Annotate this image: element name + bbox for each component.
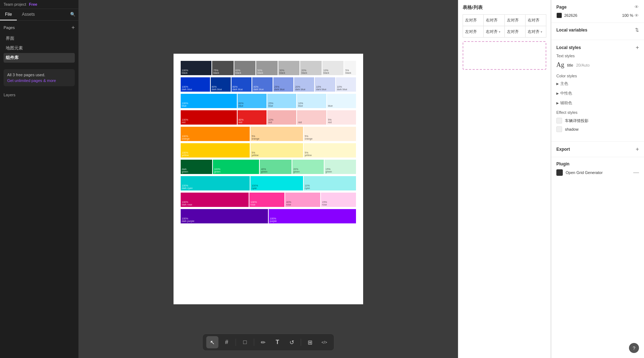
dropdown-arrow-5: ▾ (499, 30, 501, 34)
swatch-cyan-100: 100%cyan (250, 176, 303, 190)
add-export-btn[interactable]: + (636, 146, 639, 153)
free-notice-text: All 3 free pages used. (7, 73, 71, 77)
help-btn[interactable]: ? (629, 343, 639, 353)
plugin-section: Plugin Open Grid Generator — (551, 157, 644, 180)
color-group-2: ▶ 辅助色 (556, 99, 639, 107)
table-cell-0[interactable]: 左对齐 (463, 15, 484, 26)
color-row-yellow: 100%yellow 5%yellow 5%yellow (181, 143, 356, 158)
swatch-black-30: 30%black (278, 61, 300, 75)
local-styles-label: Local styles (556, 45, 581, 50)
local-styles-section: Local styles + Text styles Ag title 20/A… (551, 40, 644, 142)
swatch-blue-10: 10%blue (297, 94, 326, 108)
effect-style-name-1: shadow (565, 127, 579, 131)
text-style-ag: Ag (556, 61, 564, 69)
color-arrow-1: ▶ (556, 92, 559, 95)
toolbar-divider-2 (254, 339, 254, 346)
plugin-remove-btn[interactable]: — (633, 169, 639, 176)
select-tool-btn[interactable]: ↖ (206, 336, 219, 348)
swatch-blue-100: 100%blue (181, 94, 237, 108)
effect-styles-group: Effect styles 车辆详情投影 shadow (556, 110, 639, 134)
swatch-black-5: 5%black (344, 61, 356, 75)
canvas-frame: 100%black 75%black 60%black 50%black 30%… (174, 54, 363, 304)
visibility-icon[interactable]: 👁 (634, 13, 639, 18)
table-cell-7[interactable]: 右对齐▾ (526, 26, 546, 38)
table-cell-1[interactable]: 右对齐 (484, 15, 504, 26)
color-row-orange: 100%orange 5%orange 5%orange (181, 127, 356, 141)
swatch-blue-60: 60%blue (238, 94, 267, 108)
swatch-darkpurple: 100%dark purple (181, 209, 268, 223)
table-cell-6[interactable]: 左对齐 (505, 26, 526, 38)
swatch-darkblue-10b: 10%dark blue (336, 77, 356, 92)
team-project-label: Team project (4, 2, 26, 6)
effect-icon-1 (556, 126, 562, 132)
opacity-unit: % (630, 13, 633, 18)
color-group-label-2: 辅助色 (560, 100, 572, 106)
color-group-1: ▶ 中性色 (556, 90, 639, 97)
tab-assets[interactable]: Assets (17, 9, 40, 20)
local-variables-icon[interactable]: ⇅ (635, 27, 639, 33)
color-row-rose: 100%dark rose 100%rose 40%rose 15%rose (181, 193, 356, 207)
shape-tool-btn[interactable]: □ (239, 336, 251, 348)
layers-label: Layers (4, 93, 15, 97)
table-grid: 左对齐 右对齐 左对齐 右对齐 左对齐 右对齐▾ 左对齐 右对齐▾ (463, 14, 546, 38)
export-label: Export (556, 147, 570, 152)
free-notice-link[interactable]: Get unlimited pages & more (7, 78, 71, 83)
toolbar-divider-1 (236, 339, 236, 346)
swatch-red-80: 80%red (238, 110, 267, 125)
swatch-rose-15: 15%rose (321, 193, 356, 207)
color-group-header-2[interactable]: ▶ 辅助色 (556, 99, 639, 107)
bottom-toolbar: ↖ # □ ✏ T ↺ ⊞ </> (203, 334, 335, 351)
effect-style-name-0: 车辆详情投影 (565, 118, 589, 124)
table-cell-5[interactable]: 右对齐▾ (484, 26, 504, 38)
tab-file[interactable]: File (0, 9, 17, 20)
swatch-black-50: 50%black (256, 61, 278, 75)
swatch-rose-40: 40%rose (285, 193, 320, 207)
color-styles-label: Color styles (556, 74, 639, 78)
table-cell-2[interactable]: 左对齐 (505, 15, 526, 26)
free-badge: Free (29, 2, 37, 6)
swatch-black-20: 20%black (300, 61, 322, 75)
page-item-0[interactable]: 界面 (4, 34, 75, 43)
table-cell-4[interactable]: 左对齐 (463, 26, 484, 38)
export-section: Export + (551, 142, 644, 157)
swatch-cyan-10: 10%cyan (304, 176, 356, 190)
swatch-black-10: 10%black (322, 61, 344, 75)
swatch-darkblue-10a: 10%dark blue (315, 77, 335, 92)
eye-icon[interactable]: 👁 (634, 4, 639, 10)
component-tool-btn[interactable]: ⊞ (304, 336, 316, 348)
swatch-yellow-5a: 5%yellow (250, 143, 303, 158)
dropdown-arrow-7: ▾ (541, 30, 542, 34)
text-tool-btn[interactable]: T (272, 336, 284, 348)
page-item-2[interactable]: 组件库 (4, 53, 75, 63)
text-styles-group: Text styles Ag title 20/Auto (556, 54, 639, 70)
plugin-name: Open Grid Generator (566, 170, 602, 175)
frame-tool-btn[interactable]: # (221, 336, 233, 348)
free-notice: All 3 free pages used. Get unlimited pag… (4, 69, 75, 86)
top-bar: Team project Free (0, 0, 78, 9)
color-row-blue: 100%blue 60%blue 25%blue 10%blue blue (181, 94, 356, 108)
add-page-btn[interactable]: + (72, 24, 75, 31)
search-icon[interactable]: 🔍 (67, 9, 78, 20)
table-cell-3[interactable]: 右对齐 (526, 15, 546, 26)
code-tool-btn[interactable]: </> (318, 336, 331, 348)
color-swatch[interactable] (556, 13, 562, 18)
add-style-btn[interactable]: + (636, 44, 639, 51)
page-item-1[interactable]: 地图元素 (4, 43, 75, 53)
color-value: 262626 (564, 13, 577, 18)
swatch-purple-100: 100%purple (269, 209, 356, 223)
swatch-orange-5a: 5%orange (250, 127, 303, 141)
swatch-darkblue-25: 25%dark blue (273, 77, 293, 92)
swatch-darkgreen: darkgreen (181, 160, 212, 174)
color-row: 262626 100 % 👁 (556, 13, 639, 18)
swatch-black-100: 100%black (181, 61, 211, 75)
color-group-header-0[interactable]: ▶ 主色 (556, 80, 639, 87)
pen-tool-btn[interactable]: ✏ (257, 336, 269, 348)
layers-section[interactable]: Layers (0, 89, 78, 101)
plugin-icon (556, 169, 563, 176)
color-group-header-1[interactable]: ▶ 中性色 (556, 90, 639, 97)
effect-icon-0 (556, 118, 562, 124)
swatch-red-5b: 5%red (327, 110, 356, 125)
rotate-tool-btn[interactable]: ↺ (286, 336, 298, 348)
table-dashed-area (463, 41, 546, 70)
color-styles-group: Color styles ▶ 主色 ▶ 中性色 ▶ 辅助色 (556, 74, 639, 107)
